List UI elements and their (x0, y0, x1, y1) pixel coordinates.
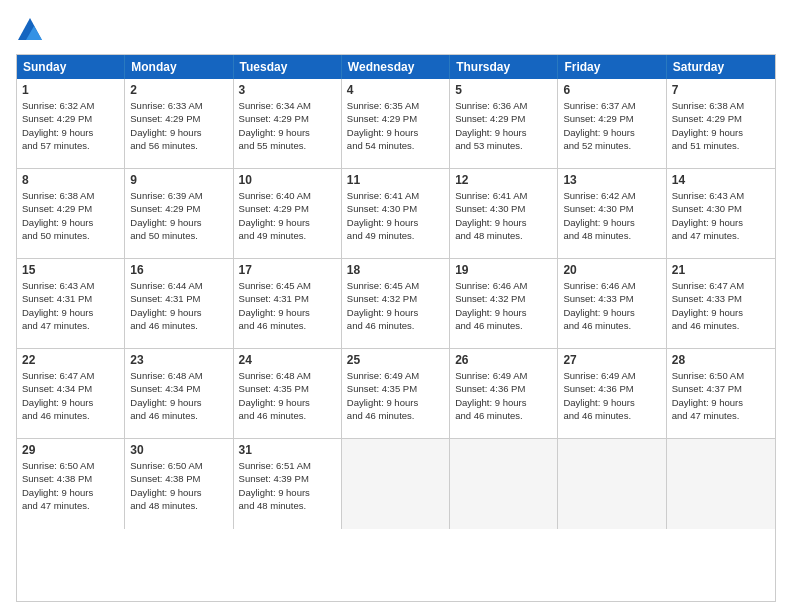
calendar-header-row: SundayMondayTuesdayWednesdayThursdayFrid… (17, 55, 775, 79)
day-number: 26 (455, 353, 552, 367)
calendar-cell: 13Sunrise: 6:42 AMSunset: 4:30 PMDayligh… (558, 169, 666, 258)
cell-info-line: Sunrise: 6:38 AM (22, 189, 119, 202)
cell-info-line: Daylight: 9 hours (239, 126, 336, 139)
cell-info-line: and 46 minutes. (563, 319, 660, 332)
cell-info-line: and 51 minutes. (672, 139, 770, 152)
cell-info-line: Sunrise: 6:41 AM (347, 189, 444, 202)
cell-info-line: and 46 minutes. (239, 319, 336, 332)
cell-info-line: Sunrise: 6:46 AM (563, 279, 660, 292)
cell-info-line: and 46 minutes. (455, 319, 552, 332)
cell-info-line: Sunset: 4:33 PM (672, 292, 770, 305)
cell-info-line: Sunset: 4:35 PM (239, 382, 336, 395)
cell-info-line: Sunset: 4:29 PM (22, 202, 119, 215)
day-number: 19 (455, 263, 552, 277)
cell-info-line: and 49 minutes. (347, 229, 444, 242)
cell-info-line: Daylight: 9 hours (347, 126, 444, 139)
day-number: 4 (347, 83, 444, 97)
calendar-cell: 4Sunrise: 6:35 AMSunset: 4:29 PMDaylight… (342, 79, 450, 168)
calendar-cell: 29Sunrise: 6:50 AMSunset: 4:38 PMDayligh… (17, 439, 125, 529)
weekday-header-friday: Friday (558, 55, 666, 79)
day-number: 24 (239, 353, 336, 367)
cell-info-line: Sunset: 4:29 PM (22, 112, 119, 125)
cell-info-line: and 46 minutes. (672, 319, 770, 332)
day-number: 25 (347, 353, 444, 367)
calendar-cell: 2Sunrise: 6:33 AMSunset: 4:29 PMDaylight… (125, 79, 233, 168)
cell-info-line: Sunrise: 6:45 AM (239, 279, 336, 292)
day-number: 20 (563, 263, 660, 277)
cell-info-line: and 46 minutes. (130, 319, 227, 332)
calendar-cell: 24Sunrise: 6:48 AMSunset: 4:35 PMDayligh… (234, 349, 342, 438)
calendar-week-4: 22Sunrise: 6:47 AMSunset: 4:34 PMDayligh… (17, 349, 775, 439)
day-number: 11 (347, 173, 444, 187)
cell-info-line: Sunrise: 6:45 AM (347, 279, 444, 292)
cell-info-line: Daylight: 9 hours (239, 486, 336, 499)
cell-info-line: and 46 minutes. (563, 409, 660, 422)
calendar-week-2: 8Sunrise: 6:38 AMSunset: 4:29 PMDaylight… (17, 169, 775, 259)
day-number: 3 (239, 83, 336, 97)
cell-info-line: Sunrise: 6:49 AM (563, 369, 660, 382)
weekday-header-wednesday: Wednesday (342, 55, 450, 79)
cell-info-line: Sunset: 4:36 PM (563, 382, 660, 395)
cell-info-line: Sunset: 4:29 PM (239, 112, 336, 125)
cell-info-line: Sunset: 4:34 PM (22, 382, 119, 395)
cell-info-line: Daylight: 9 hours (130, 486, 227, 499)
cell-info-line: Daylight: 9 hours (130, 216, 227, 229)
day-number: 23 (130, 353, 227, 367)
cell-info-line: and 54 minutes. (347, 139, 444, 152)
day-number: 15 (22, 263, 119, 277)
cell-info-line: Daylight: 9 hours (563, 396, 660, 409)
weekday-header-thursday: Thursday (450, 55, 558, 79)
cell-info-line: Sunrise: 6:38 AM (672, 99, 770, 112)
calendar-cell: 3Sunrise: 6:34 AMSunset: 4:29 PMDaylight… (234, 79, 342, 168)
cell-info-line: Sunrise: 6:48 AM (130, 369, 227, 382)
cell-info-line: Daylight: 9 hours (22, 216, 119, 229)
cell-info-line: Sunrise: 6:42 AM (563, 189, 660, 202)
cell-info-line: Daylight: 9 hours (672, 396, 770, 409)
cell-info-line: Daylight: 9 hours (22, 486, 119, 499)
cell-info-line: Sunset: 4:37 PM (672, 382, 770, 395)
day-number: 9 (130, 173, 227, 187)
cell-info-line: and 47 minutes. (22, 319, 119, 332)
day-number: 21 (672, 263, 770, 277)
cell-info-line: and 49 minutes. (239, 229, 336, 242)
calendar-cell: 30Sunrise: 6:50 AMSunset: 4:38 PMDayligh… (125, 439, 233, 529)
cell-info-line: Sunrise: 6:43 AM (22, 279, 119, 292)
day-number: 16 (130, 263, 227, 277)
day-number: 7 (672, 83, 770, 97)
cell-info-line: Daylight: 9 hours (347, 306, 444, 319)
cell-info-line: and 46 minutes. (130, 409, 227, 422)
cell-info-line: Sunset: 4:32 PM (347, 292, 444, 305)
cell-info-line: Daylight: 9 hours (130, 126, 227, 139)
day-number: 31 (239, 443, 336, 457)
cell-info-line: Sunset: 4:29 PM (672, 112, 770, 125)
header (16, 16, 776, 44)
cell-info-line: Daylight: 9 hours (130, 306, 227, 319)
calendar-cell (450, 439, 558, 529)
day-number: 2 (130, 83, 227, 97)
day-number: 30 (130, 443, 227, 457)
calendar-week-1: 1Sunrise: 6:32 AMSunset: 4:29 PMDaylight… (17, 79, 775, 169)
cell-info-line: and 46 minutes. (347, 409, 444, 422)
calendar-cell (342, 439, 450, 529)
cell-info-line: Sunset: 4:30 PM (672, 202, 770, 215)
cell-info-line: and 50 minutes. (22, 229, 119, 242)
cell-info-line: Daylight: 9 hours (455, 216, 552, 229)
calendar-cell: 16Sunrise: 6:44 AMSunset: 4:31 PMDayligh… (125, 259, 233, 348)
cell-info-line: Daylight: 9 hours (563, 216, 660, 229)
calendar-cell: 26Sunrise: 6:49 AMSunset: 4:36 PMDayligh… (450, 349, 558, 438)
calendar-cell: 28Sunrise: 6:50 AMSunset: 4:37 PMDayligh… (667, 349, 775, 438)
cell-info-line: Daylight: 9 hours (672, 216, 770, 229)
cell-info-line: Sunset: 4:35 PM (347, 382, 444, 395)
cell-info-line: Sunset: 4:29 PM (455, 112, 552, 125)
calendar-cell: 23Sunrise: 6:48 AMSunset: 4:34 PMDayligh… (125, 349, 233, 438)
cell-info-line: Daylight: 9 hours (239, 306, 336, 319)
calendar-cell: 31Sunrise: 6:51 AMSunset: 4:39 PMDayligh… (234, 439, 342, 529)
calendar-week-3: 15Sunrise: 6:43 AMSunset: 4:31 PMDayligh… (17, 259, 775, 349)
cell-info-line: Sunrise: 6:36 AM (455, 99, 552, 112)
calendar-cell: 1Sunrise: 6:32 AMSunset: 4:29 PMDaylight… (17, 79, 125, 168)
calendar-cell: 22Sunrise: 6:47 AMSunset: 4:34 PMDayligh… (17, 349, 125, 438)
day-number: 5 (455, 83, 552, 97)
cell-info-line: Sunrise: 6:47 AM (22, 369, 119, 382)
cell-info-line: and 57 minutes. (22, 139, 119, 152)
cell-info-line: and 46 minutes. (455, 409, 552, 422)
